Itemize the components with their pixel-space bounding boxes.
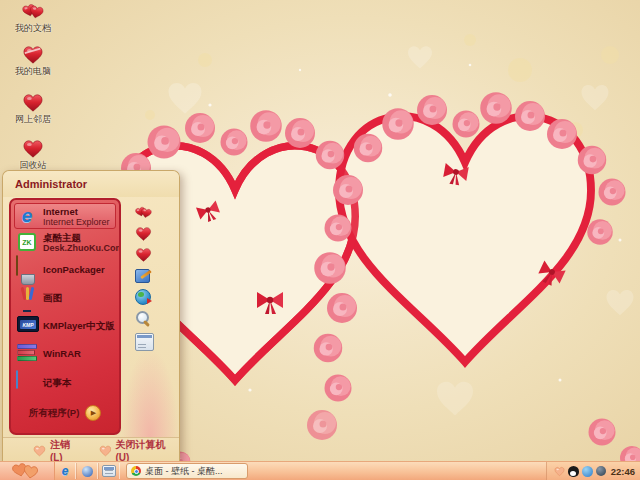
start-menu-header: Administrator [3, 171, 179, 197]
pinned-programs-panel: e Internet Internet Explorer ZK 桌酷主题 Des… [9, 198, 121, 435]
my-network-heart-icon[interactable] [135, 247, 152, 263]
msn-bird-icon[interactable] [582, 466, 593, 477]
taskbar-task-button[interactable]: 桌面 - 壁纸 - 桌酷... [126, 463, 248, 479]
menu-item-label: KMPlayer中文版 [43, 320, 114, 331]
run-icon[interactable] [135, 333, 154, 351]
chrome-icon [131, 466, 141, 476]
menu-item-label: 记事本 [43, 377, 72, 388]
quick-launch-ie[interactable]: e [55, 463, 76, 479]
shutdown-button[interactable]: 关闭计算机(U) [99, 438, 179, 463]
start-button[interactable] [0, 462, 55, 480]
desktop-icon-my-documents[interactable]: 我的文档 [5, 2, 61, 34]
heart-ribbon-icon [22, 45, 44, 65]
my-computer-heart-icon[interactable] [135, 226, 152, 242]
notepad-icon [16, 371, 38, 393]
heart-icon [22, 93, 44, 113]
internet-explorer-icon: e [16, 205, 38, 227]
taskbar: e 桌面 - 壁纸 - 桌酷... 22:46 [0, 461, 640, 480]
quick-launch-media-player[interactable] [76, 463, 98, 479]
start-menu: Administrator e Internet Internet Explor… [2, 170, 180, 463]
desktop-icon-my-network[interactable]: 网上邻居 [5, 93, 61, 125]
quick-launch-show-desktop[interactable] [98, 463, 120, 479]
my-documents-hearts-icon[interactable] [135, 205, 152, 221]
search-icon[interactable] [135, 310, 152, 326]
desktop: { "desktop": { "icons": [ { "label": "我的… [0, 0, 640, 480]
system-tray: 22:46 [546, 462, 640, 480]
user-name: Administrator [15, 178, 87, 190]
network-connections-icon[interactable] [135, 289, 152, 305]
menu-item-label: 桌酷主题 [43, 232, 114, 243]
menu-item-sublabel: Internet Explorer [43, 217, 110, 227]
desktop-icon-label: 网上邻居 [5, 114, 61, 125]
heart-icon [99, 445, 112, 457]
paint-icon [16, 286, 38, 308]
shutdown-label: 关闭计算机(U) [115, 438, 179, 463]
security-icon[interactable] [596, 466, 606, 476]
menu-item-sublabel: Desk.ZhuoKu.Com [43, 243, 114, 253]
heart-icon [22, 139, 44, 159]
menu-item-notepad[interactable]: 记事本 [14, 367, 116, 397]
winrar-icon [16, 342, 38, 364]
kmplayer-icon [16, 314, 38, 336]
all-programs-label: 所有程序(P) [29, 407, 80, 420]
log-off-label: 注销(L) [50, 438, 83, 463]
menu-item-zhuoku-theme[interactable]: ZK 桌酷主题 Desk.ZhuoKu.Com [14, 229, 116, 255]
heart-icon [33, 445, 46, 457]
all-programs-arrow-icon: ▶ [85, 405, 101, 421]
desktop-icon-label: 我的电脑 [5, 66, 61, 77]
desktop-icon-my-computer[interactable]: 我的电脑 [5, 45, 61, 77]
control-panel-icon[interactable] [135, 268, 152, 284]
menu-item-paint[interactable]: 画图 [14, 283, 116, 311]
show-desktop-icon [102, 465, 116, 477]
start-menu-body: e Internet Internet Explorer ZK 桌酷主题 Des… [3, 197, 179, 437]
quick-launch-bar: e [55, 462, 120, 480]
zhuoku-theme-icon: ZK [16, 231, 38, 253]
clock[interactable]: 22:46 [611, 466, 635, 477]
desktop-icon-label: 我的文档 [5, 23, 61, 34]
hearts-pair-icon [22, 2, 44, 22]
heart-tray-icon[interactable] [554, 466, 565, 477]
task-button-label: 桌面 - 壁纸 - 桌酷... [145, 465, 223, 478]
menu-item-winrar[interactable]: WinRAR [14, 339, 116, 367]
internet-explorer-icon: e [62, 464, 69, 478]
all-programs-button[interactable]: 所有程序(P) ▶ [14, 402, 116, 424]
media-player-icon [82, 466, 93, 477]
start-menu-footer: 注销(L) 关闭计算机(U) [3, 437, 179, 463]
system-places-panel [127, 199, 176, 435]
desktop-icon-recycle-bin[interactable]: 回收站 [5, 139, 61, 171]
menu-item-kmplayer[interactable]: KMPlayer中文版 [14, 311, 116, 339]
menu-item-internet[interactable]: e Internet Internet Explorer [14, 203, 116, 229]
menu-item-label: Internet [43, 206, 110, 217]
log-off-button[interactable]: 注销(L) [33, 438, 83, 463]
menu-item-label: IconPackager [43, 264, 105, 275]
start-hearts-icon [0, 462, 54, 480]
qq-icon[interactable] [568, 466, 579, 477]
menu-item-label: 画图 [43, 292, 62, 303]
menu-item-label: WinRAR [43, 348, 81, 359]
